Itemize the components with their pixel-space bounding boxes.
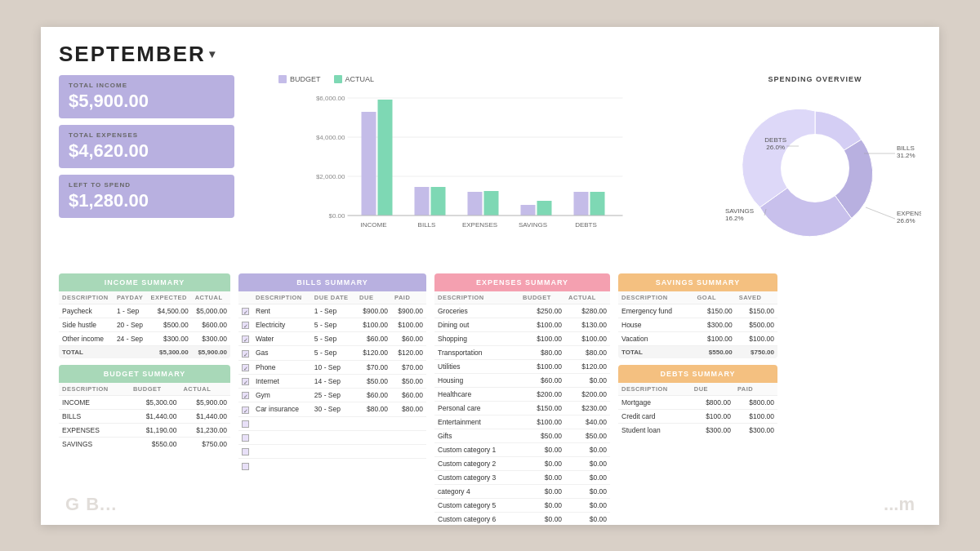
debts-col-due: DUE: [691, 383, 734, 396]
expenses-actual: $120.00: [565, 359, 610, 373]
checkbox-checked[interactable]: [242, 392, 249, 399]
savings-col-desc: DESCRIPTION: [618, 291, 693, 304]
svg-text:BILLS: BILLS: [897, 144, 915, 152]
budget-actual: $1,440.00: [180, 409, 230, 423]
savings-col-saved: SAVED: [736, 291, 777, 304]
checkbox-checked[interactable]: [242, 308, 249, 315]
checkbox-checked[interactable]: [242, 322, 249, 329]
expenses-row: Transportation$80.00$80.00: [434, 345, 610, 359]
bills-check: [238, 430, 252, 444]
expenses-budget: $100.00: [519, 331, 565, 345]
checkbox-checked[interactable]: [242, 335, 249, 343]
savings-summary-table: DESCRIPTION GOAL SAVED Emergency fund$15…: [618, 291, 777, 358]
budget-summary-table: DESCRIPTION BUDGET ACTUAL INCOME$5,300.0…: [59, 383, 230, 451]
bills-due-date: 1 - Sep: [311, 304, 356, 318]
bills-desc: [252, 416, 311, 430]
debts-desc: Mortgage: [618, 395, 691, 409]
bills-row: Phone10 - Sep$70.00$70.00: [238, 360, 426, 374]
expenses-desc: Gifts: [434, 429, 519, 442]
savings-summary-header: SAVINGS SUMMARY: [618, 273, 777, 291]
month-label: SEPTEMBER: [59, 42, 206, 67]
legend-actual: ACTUAL: [334, 75, 375, 83]
savings-row: House$300.00$500.00: [618, 318, 777, 331]
expenses-card-label: TOTAL EXPENSES: [69, 131, 225, 139]
income-total-expected: $5,300.00: [148, 345, 192, 358]
income-desc: Paycheck: [59, 304, 114, 318]
expenses-budget: $0.00: [519, 498, 565, 512]
budget-budget: $1,440.00: [130, 409, 180, 423]
expenses-budget: $150.00: [519, 401, 565, 415]
bills-due-date: [311, 430, 356, 444]
income-total-actual: $5,900.00: [192, 345, 230, 358]
budget-budget: $1,190.00: [130, 423, 180, 437]
income-desc: Other income: [59, 331, 114, 345]
bills-col-due-date: DUE DATE: [311, 291, 356, 304]
income-col-expected: EXPECTED: [148, 291, 192, 304]
income-summary-table: DESCRIPTION PAYDAY EXPECTED ACTUAL Paych…: [59, 291, 230, 358]
expenses-desc: Housing: [434, 373, 519, 387]
budget-actual: $750.00: [180, 437, 230, 451]
savings-saved: $500.00: [736, 318, 777, 331]
expenses-actual: $100.00: [565, 331, 610, 345]
main-page: SEPTEMBER▾ TOTAL INCOME $5,900.00 TOTAL …: [41, 27, 939, 525]
expenses-desc: Transportation: [434, 345, 519, 359]
income-payday: 1 - Sep: [114, 304, 148, 318]
expenses-actual: $0.00: [565, 470, 610, 484]
expenses-budget: $0.00: [519, 512, 565, 526]
income-total-row: TOTAL$5,300.00$5,900.00: [59, 345, 230, 358]
expenses-summary-header: EXPENSES SUMMARY: [434, 273, 610, 291]
svg-text:$4,000.00: $4,000.00: [316, 134, 345, 141]
income-col-desc: DESCRIPTION: [59, 291, 114, 304]
bills-paid: $80.00: [391, 402, 426, 416]
checkbox-unchecked[interactable]: [242, 420, 249, 428]
debts-due: $800.00: [691, 395, 734, 409]
bills-summary-table: DESCRIPTION DUE DATE DUE PAID Rent1 - Se…: [238, 291, 426, 473]
income-expected: $300.00: [148, 331, 192, 345]
expenses-col-desc: DESCRIPTION: [434, 291, 519, 304]
checkbox-checked[interactable]: [242, 364, 249, 371]
budget-actual: $5,900.00: [180, 395, 230, 409]
svg-text:BILLS: BILLS: [418, 221, 436, 229]
expenses-col-budget: BUDGET: [519, 291, 565, 304]
checkbox-unchecked[interactable]: [242, 448, 249, 455]
svg-text:INCOME: INCOME: [361, 221, 387, 229]
bills-desc: Car insurance: [252, 402, 311, 416]
left-cards: TOTAL INCOME $5,900.00 TOTAL EXPENSES $4…: [59, 75, 234, 267]
debts-summary-header: DEBTS SUMMARY: [618, 365, 777, 383]
checkbox-unchecked[interactable]: [242, 463, 249, 470]
expenses-budget: $80.00: [519, 345, 565, 359]
expenses-desc: Custom category 5: [434, 498, 519, 512]
income-expected: $4,500.00: [148, 304, 192, 318]
savings-total-label: TOTAL: [618, 345, 693, 358]
bar-chart-svg: $6,000.00 $4,000.00 $2,000.00 $0.00 INCO…: [246, 88, 697, 239]
income-card-value: $5,900.00: [69, 91, 225, 112]
expenses-desc: Custom category 3: [434, 470, 519, 484]
svg-text:$0.00: $0.00: [328, 212, 345, 220]
expenses-desc: category 4: [434, 484, 519, 498]
expenses-actual: $0.00: [565, 373, 610, 387]
svg-text:$2,000.00: $2,000.00: [316, 173, 345, 180]
budget-budget: $5,300.00: [130, 395, 180, 409]
bills-due-date: 5 - Sep: [311, 318, 356, 331]
budget-desc: EXPENSES: [59, 423, 130, 437]
checkbox-checked[interactable]: [242, 407, 249, 414]
checkbox-unchecked[interactable]: [242, 434, 249, 442]
svg-rect-9: [378, 100, 393, 216]
bills-due: [356, 445, 391, 459]
expenses-desc: Custom category 6: [434, 512, 519, 526]
checkbox-checked[interactable]: [242, 378, 249, 385]
bills-due: $900.00: [356, 304, 391, 318]
checkbox-checked[interactable]: [242, 350, 249, 358]
svg-text:DEBTS: DEBTS: [764, 136, 786, 144]
expenses-budget: $0.00: [519, 442, 565, 456]
bills-check: [238, 416, 252, 430]
expenses-actual: $130.00: [565, 318, 610, 331]
svg-text:$6,000.00: $6,000.00: [316, 95, 345, 102]
expenses-budget: $100.00: [519, 359, 565, 373]
watermark-right: ...m: [884, 494, 915, 515]
expenses-row: Personal care$150.00$230.00: [434, 401, 610, 415]
debts-due: $300.00: [691, 423, 734, 437]
savings-summary-panel: SAVINGS SUMMARY DESCRIPTION GOAL SAVED E…: [618, 273, 777, 358]
svg-line-33: [866, 207, 895, 219]
dropdown-arrow[interactable]: ▾: [209, 47, 216, 60]
